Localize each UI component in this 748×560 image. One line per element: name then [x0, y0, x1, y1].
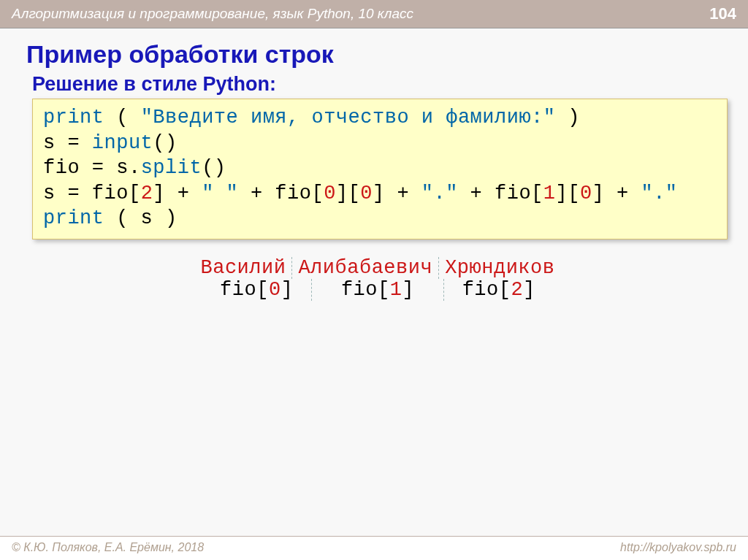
code-block: print ( "Введите имя, отчество и фамилию…: [32, 99, 728, 239]
example-index-row: fio[0] fio[1] fio[2]: [202, 279, 553, 301]
course-title: Алгоритмизация и программирование, язык …: [12, 6, 413, 22]
slide-content: Пример обработки строк Решение в стиле P…: [0, 28, 748, 301]
slide-footer: © К.Ю. Поляков, Е.А. Ерёмин, 2018 http:/…: [0, 536, 748, 560]
page-number: 104: [709, 4, 736, 23]
example-block: Василий Алибабаевич Хрюндиков fio[0] fio…: [22, 257, 733, 301]
idx-cell-2: fio[2]: [444, 279, 553, 301]
code-line-5: print ( s ): [43, 206, 717, 231]
example-names-row: Василий Алибабаевич Хрюндиков: [195, 257, 561, 279]
footer-url: http://kpolyakov.spb.ru: [620, 541, 736, 554]
name-cell-1: Алибабаевич: [292, 257, 439, 279]
code-line-1: print ( "Введите имя, отчество и фамилию…: [43, 105, 717, 131]
code-line-4: s = fio[2] + " " + fio[0][0] + "." + fio…: [43, 181, 717, 207]
copyright: © К.Ю. Поляков, Е.А. Ерёмин, 2018: [12, 541, 204, 554]
page-title: Пример обработки строк: [26, 40, 733, 69]
code-line-2: s = input(): [43, 131, 717, 156]
idx-cell-1: fio[1]: [312, 279, 445, 301]
subtitle: Решение в стиле Python:: [32, 73, 733, 96]
name-cell-0: Василий: [195, 257, 293, 279]
idx-cell-0: fio[0]: [202, 279, 312, 301]
slide-header: Алгоритмизация и программирование, язык …: [0, 0, 748, 28]
name-cell-2: Хрюндиков: [439, 257, 560, 279]
code-line-3: fio = s.split(): [43, 156, 717, 181]
